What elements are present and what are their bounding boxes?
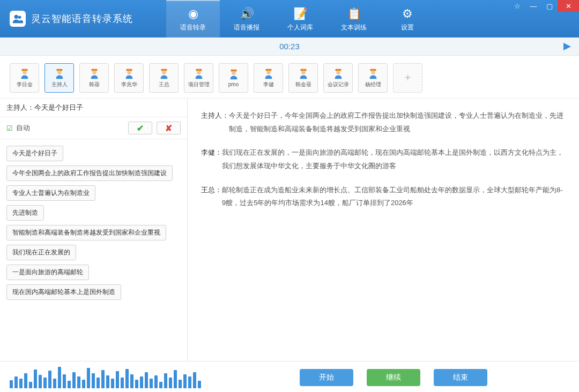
waveform-bar bbox=[193, 372, 196, 388]
window-close-button[interactable]: ✕ bbox=[558, 0, 579, 12]
window-controls: ☆ — ▢ ✕ bbox=[509, 0, 579, 12]
nav-tab-settings[interactable]: ⚙ 设置 bbox=[381, 0, 434, 37]
nav-tab-vocab[interactable]: 📝 个人词库 bbox=[273, 0, 327, 37]
transcript-panel: 主持人：今天是个好日子，今年全国两会上的政府工作报告提出加快制造强国建设，专业人… bbox=[188, 99, 579, 361]
continue-button[interactable]: 继续 bbox=[367, 369, 420, 386]
waveform bbox=[10, 367, 201, 388]
add-speaker-button[interactable]: + bbox=[393, 63, 422, 93]
speaker-item[interactable]: 李兆华 bbox=[114, 63, 144, 93]
speaker-item[interactable]: 会议记录 bbox=[323, 63, 353, 93]
transcript-text: 今天是个好日子，今年全国两会上的政府工作报告提出加快制造强国建设，专业人士普遍认… bbox=[229, 109, 566, 135]
speaker-name: 韩金蓓 bbox=[295, 81, 311, 88]
play-button[interactable] bbox=[562, 41, 573, 52]
svg-point-22 bbox=[336, 70, 340, 74]
svg-point-12 bbox=[162, 70, 166, 74]
avatar-icon bbox=[54, 68, 65, 80]
phrase-item[interactable]: 今天是个好日子 bbox=[6, 146, 63, 161]
nav-tabs: ◉ 语音转录 🔊 语音播报 📝 个人词库 📋 文本训练 ⚙ 设置 bbox=[166, 0, 434, 37]
window-minimize-button[interactable]: — bbox=[525, 0, 541, 12]
reject-button[interactable]: ✘ bbox=[157, 122, 181, 134]
phrase-item[interactable]: 一是面向旅游的高端邮轮 bbox=[6, 265, 89, 280]
speaker-name: 李健 bbox=[263, 81, 274, 88]
waveform-bar bbox=[140, 376, 143, 388]
nav-label: 语音播报 bbox=[234, 23, 259, 32]
phrase-item[interactable]: 我们现在正在发展的 bbox=[6, 245, 76, 260]
waveform-bar bbox=[174, 370, 177, 388]
waveform-bar bbox=[24, 373, 27, 388]
nav-tab-broadcast[interactable]: 🔊 语音播报 bbox=[220, 0, 273, 37]
check-icon: ☑ bbox=[6, 124, 13, 132]
timer-bar: 00:23 bbox=[0, 37, 579, 56]
waveform-bar bbox=[82, 380, 85, 388]
avatar-icon bbox=[332, 68, 344, 80]
nav-label: 文本训练 bbox=[341, 23, 367, 32]
waveform-bar bbox=[106, 375, 109, 388]
transcript-text: 我们现在正在发展的，一是面向旅游的高端邮轮，现在国内高端邮轮基本上是国外制造，以… bbox=[222, 146, 566, 172]
transcript-speaker: 李健： bbox=[201, 146, 222, 172]
speaker-icon: 🔊 bbox=[240, 7, 254, 21]
waveform-bar bbox=[68, 381, 71, 388]
avatar-icon bbox=[263, 68, 274, 80]
svg-point-24 bbox=[371, 70, 375, 74]
auto-actions: ✔ ✘ bbox=[128, 122, 181, 134]
nav-label: 设置 bbox=[401, 23, 414, 32]
window-pin-button[interactable]: ☆ bbox=[509, 0, 525, 12]
waveform-bar bbox=[154, 375, 158, 388]
end-button[interactable]: 结束 bbox=[434, 369, 487, 386]
phrase-item[interactable]: 专业人士普遍认为在制造业 bbox=[6, 185, 95, 201]
window-maximize-button[interactable]: ▢ bbox=[541, 0, 558, 12]
speaker-item[interactable]: pmo bbox=[219, 63, 248, 93]
timer-value: 00:23 bbox=[279, 42, 300, 51]
speaker-name: 项目管理 bbox=[188, 81, 210, 88]
speaker-item[interactable]: 项目管理 bbox=[184, 63, 213, 93]
transcript-row: 王总：邮轮制造正在成为造船业未来新的增长点。工信部装备工业司船舶处去年的数据显示… bbox=[201, 184, 566, 210]
waveform-bar bbox=[29, 382, 32, 388]
speaker-name: 王总 bbox=[159, 81, 169, 88]
speaker-item[interactable]: 韩蓓 bbox=[79, 63, 109, 93]
confirm-button[interactable]: ✔ bbox=[128, 122, 152, 134]
speaker-item[interactable]: 王总 bbox=[149, 63, 179, 93]
phrase-item[interactable]: 现在国内高端邮轮基本上是国外制造 bbox=[6, 284, 121, 300]
logo-area: 灵云智能语音转录系统 bbox=[0, 11, 161, 27]
footer: 开始 继续 结束 bbox=[0, 361, 579, 392]
speaker-item[interactable]: 李健 bbox=[254, 63, 283, 93]
svg-marker-2 bbox=[563, 43, 571, 50]
waveform-bar bbox=[77, 376, 80, 388]
speaker-item[interactable]: 主持人 bbox=[44, 63, 74, 93]
svg-point-0 bbox=[14, 15, 18, 19]
svg-point-1 bbox=[18, 16, 21, 19]
phrase-item[interactable]: 智能制造和高端装备制造将越发受到国家和企业重视 bbox=[6, 225, 166, 240]
waveform-bar bbox=[125, 369, 129, 388]
waveform-bar bbox=[39, 375, 42, 388]
speaker-name: pmo bbox=[228, 81, 239, 87]
waveform-bar bbox=[96, 378, 100, 388]
nav-tab-record[interactable]: ◉ 语音转录 bbox=[166, 0, 220, 37]
svg-point-10 bbox=[127, 70, 131, 74]
avatar-icon bbox=[298, 68, 309, 80]
speaker-item[interactable]: 杨经理 bbox=[358, 63, 388, 93]
waveform-bar bbox=[179, 380, 182, 388]
waveform-bar bbox=[48, 371, 51, 388]
svg-point-8 bbox=[92, 70, 96, 74]
phrase-item[interactable]: 今年全国两会上的政府工作报告提出加快制造强国建设 bbox=[6, 165, 173, 181]
transcript-text: 邮轮制造正在成为造船业未来新的增长点。工信部装备工业司船舶处去年的数据显示，全球… bbox=[222, 184, 566, 210]
svg-point-20 bbox=[301, 70, 305, 74]
auto-toggle[interactable]: ☑ 自动 bbox=[6, 123, 30, 133]
transcript-speaker: 主持人： bbox=[201, 109, 229, 135]
start-button[interactable]: 开始 bbox=[300, 369, 353, 386]
phrase-item[interactable]: 先进制造 bbox=[6, 205, 44, 221]
speaker-name: 会议记录 bbox=[328, 81, 349, 88]
avatar-icon bbox=[19, 68, 31, 80]
phrase-list: 今天是个好日子今年全国两会上的政府工作报告提出加快制造强国建设专业人士普遍认为在… bbox=[0, 139, 187, 306]
speaker-name: 李兆华 bbox=[121, 81, 137, 88]
speaker-item[interactable]: 韩金蓓 bbox=[288, 63, 318, 93]
record-icon: ◉ bbox=[188, 7, 198, 21]
current-input[interactable]: 主持人：今天是个好日子 bbox=[0, 99, 187, 117]
nav-tab-training[interactable]: 📋 文本训练 bbox=[327, 0, 381, 37]
svg-point-6 bbox=[57, 70, 61, 74]
speaker-name: 韩蓓 bbox=[89, 81, 100, 88]
waveform-bar bbox=[10, 380, 13, 388]
speaker-name: 杨经理 bbox=[365, 81, 381, 88]
waveform-bar bbox=[34, 370, 37, 388]
speaker-item[interactable]: 李目金 bbox=[10, 63, 39, 93]
